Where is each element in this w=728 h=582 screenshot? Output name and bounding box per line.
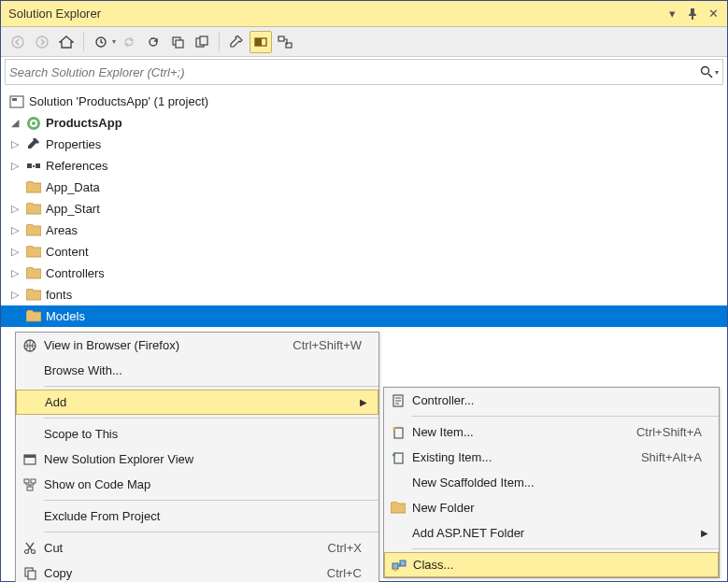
tree-item-label: Areas bbox=[46, 223, 78, 237]
tree-item-models[interactable]: Models bbox=[1, 305, 727, 327]
solution-icon bbox=[8, 94, 25, 109]
menu-shortcut: Ctrl+X bbox=[328, 541, 371, 555]
code-map-icon bbox=[16, 472, 44, 497]
preview-selected-button[interactable] bbox=[250, 31, 272, 53]
expand-arrow-icon[interactable]: ▷ bbox=[8, 224, 21, 236]
tree-item-areas[interactable]: ▷ Areas bbox=[1, 220, 727, 241]
svg-rect-19 bbox=[33, 165, 35, 167]
menu-separator bbox=[44, 500, 378, 501]
svg-rect-17 bbox=[27, 163, 32, 168]
menu-controller[interactable]: Controller... bbox=[384, 388, 719, 413]
forward-button[interactable] bbox=[31, 31, 53, 53]
solution-node[interactable]: Solution 'ProductsApp' (1 project) bbox=[1, 91, 727, 112]
tree-item-controllers[interactable]: ▷ Controllers bbox=[1, 263, 727, 284]
tree-item-app-data[interactable]: App_Data bbox=[1, 177, 727, 198]
expand-arrow-icon[interactable]: ▷ bbox=[8, 289, 21, 301]
csproj-icon bbox=[25, 116, 42, 131]
pending-changes-button[interactable] bbox=[90, 31, 112, 53]
folder-icon bbox=[25, 245, 42, 260]
svg-point-11 bbox=[702, 67, 709, 75]
window-options-button[interactable]: ▾ bbox=[664, 6, 680, 22]
view-class-diagram-button[interactable] bbox=[274, 31, 296, 53]
menu-separator bbox=[44, 418, 378, 419]
tree-item-label: fonts bbox=[46, 288, 72, 302]
blank-icon bbox=[16, 358, 44, 383]
blank-icon bbox=[384, 520, 412, 546]
folder-icon bbox=[25, 180, 42, 195]
svg-rect-13 bbox=[12, 98, 17, 101]
menu-class[interactable]: Class... bbox=[384, 552, 719, 577]
menu-new-solution-explorer-view[interactable]: New Solution Explorer View bbox=[16, 447, 378, 472]
project-node[interactable]: ◢ ProductsApp bbox=[1, 112, 727, 134]
menu-shortcut: Shift+Alt+A bbox=[641, 450, 711, 464]
expand-arrow-icon[interactable]: ◢ bbox=[8, 117, 21, 129]
expand-arrow-icon[interactable]: ▷ bbox=[8, 138, 21, 150]
collapse-all-button[interactable] bbox=[166, 31, 189, 53]
folder-icon bbox=[25, 223, 42, 238]
blank-icon bbox=[16, 504, 44, 529]
menu-scope-to-this[interactable]: Scope to This bbox=[16, 421, 378, 447]
tree-item-properties[interactable]: ▷ Properties bbox=[1, 134, 727, 155]
svg-rect-9 bbox=[278, 36, 284, 41]
svg-rect-18 bbox=[36, 163, 40, 168]
menu-label: Show on Code Map bbox=[44, 477, 371, 491]
expand-arrow-icon[interactable]: ▷ bbox=[8, 203, 21, 215]
titlebar: Solution Explorer ▾ ✕ bbox=[1, 1, 727, 27]
solution-label: Solution 'ProductsApp' (1 project) bbox=[29, 94, 208, 108]
menu-new-item[interactable]: New Item... Ctrl+Shift+A bbox=[384, 419, 719, 445]
expand-arrow-icon[interactable]: ▷ bbox=[8, 267, 21, 279]
folder-icon bbox=[25, 202, 42, 217]
tree-item-app-start[interactable]: ▷ App_Start bbox=[1, 198, 727, 220]
menu-separator bbox=[412, 416, 719, 417]
tree-item-fonts[interactable]: ▷ fonts bbox=[1, 284, 727, 305]
class-icon bbox=[385, 553, 413, 576]
menu-new-scaffolded-item[interactable]: New Scaffolded Item... bbox=[384, 470, 719, 495]
menu-label: Copy bbox=[44, 566, 327, 580]
menu-label: Scope to This bbox=[44, 427, 371, 441]
expand-arrow-icon[interactable]: ▷ bbox=[8, 160, 21, 172]
tree-item-label: App_Start bbox=[46, 202, 100, 216]
svg-rect-22 bbox=[24, 455, 36, 458]
menu-add[interactable]: Add ▶ bbox=[16, 390, 378, 415]
svg-rect-32 bbox=[394, 453, 403, 463]
back-button[interactable] bbox=[7, 31, 29, 53]
close-button[interactable]: ✕ bbox=[705, 6, 721, 22]
svg-rect-4 bbox=[176, 40, 183, 48]
menu-add-aspnet-folder[interactable]: Add ASP.NET Folder ▶ bbox=[384, 520, 719, 546]
submenu-arrow-icon: ▶ bbox=[357, 397, 370, 407]
search-input[interactable] bbox=[9, 65, 694, 79]
menu-browse-with[interactable]: Browse With... bbox=[16, 358, 378, 383]
menu-label: Exclude From Project bbox=[44, 509, 371, 523]
dropdown-arrow-icon[interactable]: ▾ bbox=[112, 37, 116, 46]
svg-rect-23 bbox=[24, 479, 29, 483]
tree-view: Solution 'ProductsApp' (1 project) ◢ Pro… bbox=[1, 87, 727, 331]
tree-item-label: References bbox=[46, 159, 107, 173]
toolbar-separator bbox=[219, 33, 220, 51]
menu-copy[interactable]: Copy Ctrl+C bbox=[16, 561, 378, 582]
folder-icon bbox=[25, 288, 42, 303]
menu-existing-item[interactable]: Existing Item... Shift+Alt+A bbox=[384, 445, 719, 470]
menu-exclude-from-project[interactable]: Exclude From Project bbox=[16, 504, 378, 529]
svg-point-27 bbox=[32, 549, 36, 553]
menu-new-folder[interactable]: New Folder bbox=[384, 495, 719, 520]
tree-item-content[interactable]: ▷ Content bbox=[1, 241, 727, 263]
menu-view-in-browser[interactable]: View in Browser (Firefox) Ctrl+Shift+W bbox=[16, 333, 378, 358]
menu-label: New Scaffolded Item... bbox=[412, 476, 711, 490]
properties-button[interactable] bbox=[225, 31, 248, 53]
search-row: ▾ bbox=[5, 59, 723, 85]
svg-point-26 bbox=[25, 549, 29, 553]
menu-cut[interactable]: Cut Ctrl+X bbox=[16, 535, 378, 561]
menu-separator bbox=[412, 548, 719, 549]
show-all-files-button[interactable] bbox=[191, 31, 213, 53]
svg-point-0 bbox=[12, 36, 23, 48]
sync-button[interactable] bbox=[118, 31, 140, 53]
home-button[interactable] bbox=[55, 31, 78, 53]
menu-show-on-code-map[interactable]: Show on Code Map bbox=[16, 472, 378, 497]
pin-button[interactable] bbox=[684, 6, 701, 22]
svg-rect-25 bbox=[27, 487, 33, 490]
tree-item-references[interactable]: ▷ References bbox=[1, 155, 727, 177]
expand-arrow-icon[interactable]: ▷ bbox=[8, 246, 21, 258]
search-icon[interactable]: ▾ bbox=[694, 65, 719, 78]
submenu-arrow-icon: ▶ bbox=[698, 528, 711, 538]
refresh-button[interactable] bbox=[142, 31, 164, 53]
